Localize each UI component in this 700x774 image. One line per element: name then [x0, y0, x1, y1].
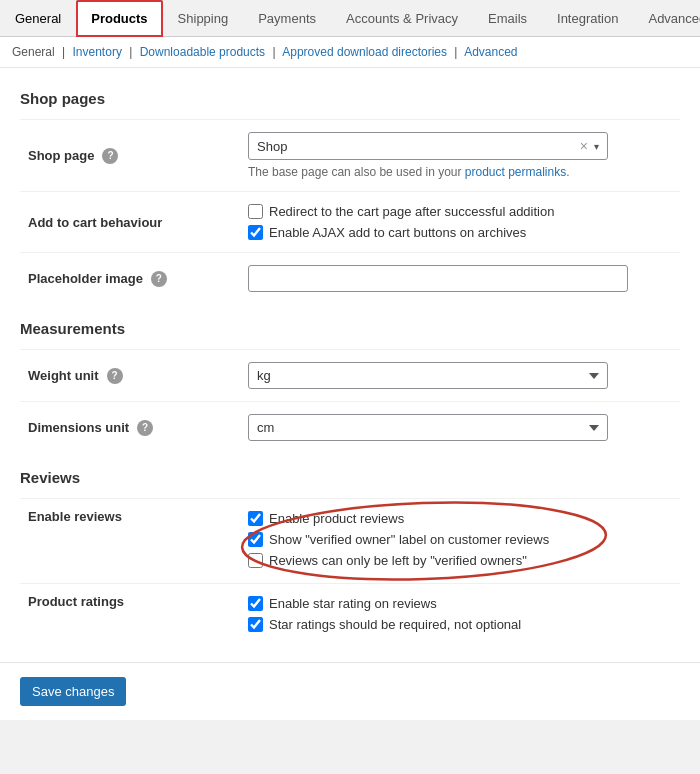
tab-advanced[interactable]: Advanced [633, 0, 700, 36]
reviews-title: Reviews [20, 469, 680, 486]
product-permalinks-link[interactable]: product permalinks [465, 165, 566, 179]
separator: | [129, 45, 132, 59]
verified-owner-label-checkbox[interactable] [248, 532, 263, 547]
placeholder-image-input[interactable]: 16431 [248, 265, 628, 292]
tab-products[interactable]: Products [76, 0, 162, 37]
measurements-title: Measurements [20, 320, 680, 337]
star-rating-label: Enable star rating on reviews [269, 596, 437, 611]
enable-product-reviews-checkbox[interactable] [248, 511, 263, 526]
tab-accounts-privacy[interactable]: Accounts & Privacy [331, 0, 473, 36]
verified-owners-only-checkbox[interactable] [248, 553, 263, 568]
measurements-table: Weight unit ? kg g lbs oz Dimensions uni… [20, 349, 680, 453]
redirect-checkbox-row: Redirect to the cart page after successf… [248, 204, 672, 219]
shop-page-label: Shop page [28, 148, 94, 163]
placeholder-image-help-icon[interactable]: ? [151, 271, 167, 287]
verified-owners-only-label: Reviews can only be left by "verified ow… [269, 553, 527, 568]
ajax-checkbox-row: Enable AJAX add to cart buttons on archi… [248, 225, 672, 240]
weight-unit-select[interactable]: kg g lbs oz [248, 362, 608, 389]
add-to-cart-label: Add to cart behaviour [28, 215, 162, 230]
dimensions-unit-help-icon[interactable]: ? [137, 420, 153, 436]
separator: | [62, 45, 65, 59]
main-content: Shop pages Shop page ? Shop × ▾ T [0, 68, 700, 662]
shop-page-chevron-icon: ▾ [594, 141, 599, 152]
reviews-checkboxes: Enable product reviews Show "verified ow… [248, 511, 549, 568]
placeholder-image-label: Placeholder image [28, 271, 143, 286]
enable-product-reviews-row: Enable product reviews [248, 511, 549, 526]
main-nav: General Products Shipping Payments Accou… [0, 0, 700, 37]
shop-page-help-icon[interactable]: ? [102, 148, 118, 164]
redirect-checkbox[interactable] [248, 204, 263, 219]
redirect-label: Redirect to the cart page after successf… [269, 204, 554, 219]
subnav-approved-dirs[interactable]: Approved download directories [282, 45, 447, 59]
star-rating-checkbox[interactable] [248, 596, 263, 611]
product-ratings-label: Product ratings [28, 594, 124, 609]
dimensions-unit-label: Dimensions unit [28, 420, 129, 435]
verified-owner-label-row: Show "verified owner" label on customer … [248, 532, 549, 547]
subnav-inventory[interactable]: Inventory [73, 45, 122, 59]
star-rating-row: Enable star rating on reviews [248, 596, 672, 611]
add-to-cart-row: Add to cart behaviour Redirect to the ca… [20, 192, 680, 253]
product-ratings-row: Product ratings Enable star rating on re… [20, 584, 680, 645]
enable-reviews-label: Enable reviews [28, 509, 122, 524]
tab-general[interactable]: General [0, 0, 76, 36]
subnav-general[interactable]: General [12, 45, 55, 59]
separator: | [454, 45, 457, 59]
footer-bar: Save changes [0, 662, 700, 720]
shop-page-select[interactable]: Shop × ▾ [248, 132, 608, 160]
verified-owners-only-row: Reviews can only be left by "verified ow… [248, 553, 549, 568]
star-rating-required-checkbox[interactable] [248, 617, 263, 632]
sub-nav: General | Inventory | Downloadable produ… [0, 37, 700, 68]
verified-owner-label-label: Show "verified owner" label on customer … [269, 532, 549, 547]
subnav-downloadable[interactable]: Downloadable products [140, 45, 265, 59]
star-rating-required-label: Star ratings should be required, not opt… [269, 617, 521, 632]
shop-page-row: Shop page ? Shop × ▾ The base page can a… [20, 120, 680, 192]
dimensions-unit-select[interactable]: cm m mm in yd [248, 414, 608, 441]
star-rating-required-row: Star ratings should be required, not opt… [248, 617, 672, 632]
reviews-table: Enable reviews Enable product reviews Sh… [20, 498, 680, 644]
save-button[interactable]: Save changes [20, 677, 126, 706]
shop-page-clear-icon[interactable]: × [580, 138, 588, 154]
tab-integration[interactable]: Integration [542, 0, 633, 36]
shop-pages-table: Shop page ? Shop × ▾ The base page can a… [20, 119, 680, 304]
shop-page-value: Shop [257, 139, 287, 154]
weight-unit-row: Weight unit ? kg g lbs oz [20, 350, 680, 402]
weight-unit-label: Weight unit [28, 368, 99, 383]
subnav-advanced[interactable]: Advanced [464, 45, 517, 59]
ajax-label: Enable AJAX add to cart buttons on archi… [269, 225, 526, 240]
dimensions-unit-row: Dimensions unit ? cm m mm in yd [20, 402, 680, 454]
enable-reviews-row: Enable reviews Enable product reviews Sh… [20, 499, 680, 584]
separator: | [272, 45, 275, 59]
ajax-checkbox[interactable] [248, 225, 263, 240]
tab-shipping[interactable]: Shipping [163, 0, 244, 36]
tab-payments[interactable]: Payments [243, 0, 331, 36]
weight-unit-help-icon[interactable]: ? [107, 368, 123, 384]
tab-emails[interactable]: Emails [473, 0, 542, 36]
permalink-text: The base page can also be used in your p… [248, 165, 672, 179]
shop-pages-title: Shop pages [20, 90, 680, 107]
placeholder-image-row: Placeholder image ? 16431 [20, 253, 680, 305]
enable-product-reviews-label: Enable product reviews [269, 511, 404, 526]
